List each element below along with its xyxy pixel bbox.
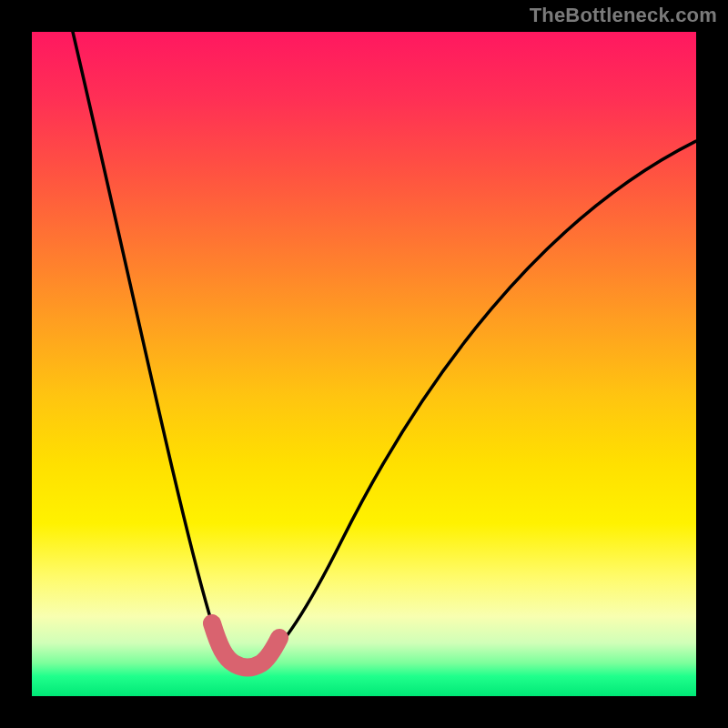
bottleneck-curve: [73, 32, 696, 668]
optimal-zone-highlight: [212, 623, 279, 668]
watermark-text: TheBottleneck.com: [530, 5, 717, 25]
chart-stage: TheBottleneck.com: [0, 0, 728, 728]
chart-plot-area: [32, 32, 696, 696]
chart-curve-layer: [32, 32, 696, 696]
